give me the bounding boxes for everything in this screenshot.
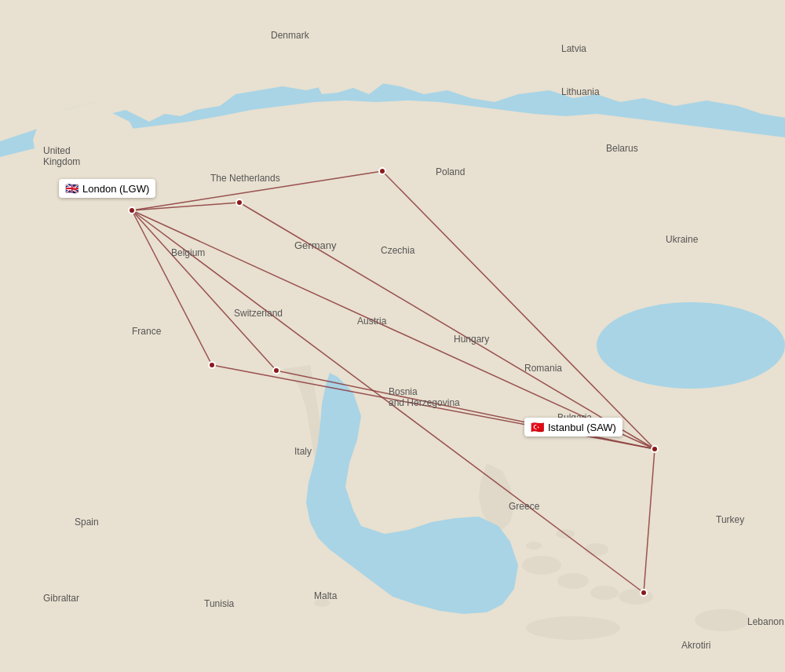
map-container: UnitedKingdom Denmark The Netherlands Be… xyxy=(0,0,785,672)
svg-point-3 xyxy=(590,586,619,600)
svg-point-1 xyxy=(522,556,561,575)
airport-dot-2 xyxy=(378,167,386,175)
london-dot xyxy=(128,206,136,214)
airport-dot-1 xyxy=(236,199,243,206)
svg-point-6 xyxy=(556,529,575,539)
svg-point-5 xyxy=(585,543,608,556)
london-label-text: London (LGW) xyxy=(82,183,149,195)
svg-point-11 xyxy=(597,302,785,389)
istanbul-flag: 🇹🇷 xyxy=(531,421,544,433)
london-label: 🇬🇧 London (LGW) xyxy=(59,179,155,198)
svg-point-10 xyxy=(314,599,330,607)
istanbul-label: 🇹🇷 Istanbul (SAW) xyxy=(524,418,623,436)
svg-point-4 xyxy=(619,589,653,604)
airport-dot-5 xyxy=(640,589,648,597)
istanbul-label-text: Istanbul (SAW) xyxy=(548,422,616,433)
istanbul-dot xyxy=(651,445,659,453)
svg-point-2 xyxy=(557,573,589,589)
london-flag: 🇬🇧 xyxy=(65,182,78,195)
svg-point-9 xyxy=(695,609,750,631)
airport-dot-3 xyxy=(208,361,216,369)
svg-point-8 xyxy=(526,616,620,640)
svg-point-7 xyxy=(526,542,542,550)
map-background xyxy=(0,0,785,672)
airport-dot-4 xyxy=(272,367,280,374)
